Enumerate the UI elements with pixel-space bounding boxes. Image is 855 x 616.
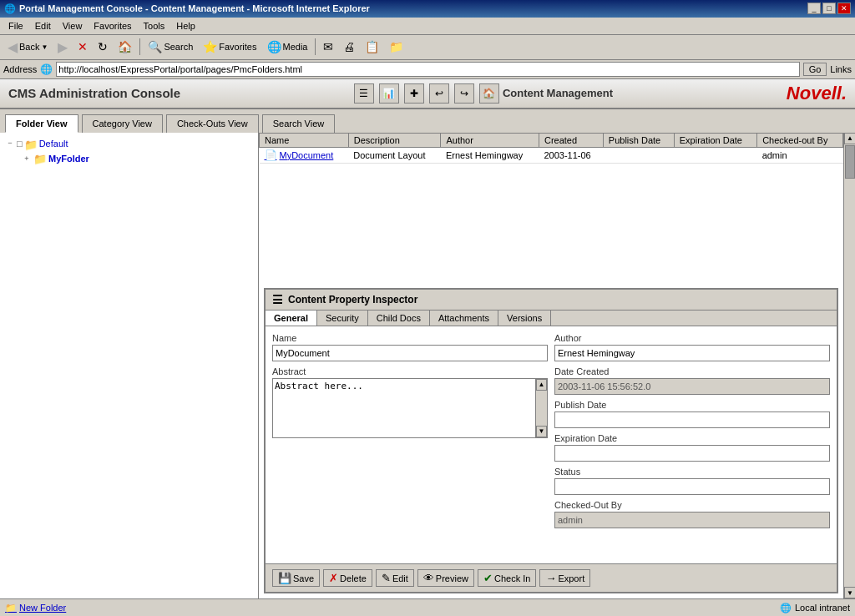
right-panel: Name Description Author Created Publish … — [259, 133, 843, 599]
doc-type-icon: 📄 — [265, 149, 277, 161]
delete-button[interactable]: ✗ Delete — [323, 569, 372, 587]
right-fields: Author Date Created Publish Date — [554, 333, 830, 558]
status-bar: 📁 New Folder 🌐 Local intranet — [0, 598, 855, 616]
inspector-tab-child-docs[interactable]: Child Docs — [368, 311, 430, 326]
favorites-button[interactable]: ⭐ Favorites — [199, 38, 261, 56]
scroll-thumb-area — [844, 144, 855, 588]
print-button[interactable]: 🖨 — [339, 38, 359, 56]
date-created-input — [554, 378, 830, 395]
folder-button[interactable]: 📁 — [385, 38, 407, 56]
mail-button[interactable]: ✉ — [319, 38, 337, 56]
col-checked-out-by: Checked-out By — [757, 133, 843, 147]
intranet-icon: 🌐 — [780, 603, 792, 613]
scroll-up-arrow[interactable]: ▲ — [844, 133, 855, 144]
tree-item-root[interactable]: − □ 📁 Default — [5, 138, 253, 152]
cms-nav-btn-5[interactable]: ↪ — [454, 83, 474, 104]
menu-file[interactable]: File — [3, 19, 28, 33]
author-input[interactable] — [554, 345, 830, 361]
status-input[interactable] — [554, 478, 830, 495]
menu-view[interactable]: View — [58, 19, 88, 33]
publish-date-field-group: Publish Date — [554, 400, 830, 428]
tree-label-myfolder[interactable]: MyFolder — [48, 154, 89, 164]
links-button[interactable]: Links — [830, 64, 852, 74]
inspector-header: ☰ Content Property Inspector — [266, 290, 837, 311]
search-button[interactable]: 🔍 Search — [144, 38, 197, 56]
go-button[interactable]: Go — [803, 63, 827, 76]
content-property-inspector: ☰ Content Property Inspector General Sec… — [264, 288, 838, 594]
tree-toggle-myfolder[interactable]: + — [22, 154, 32, 163]
cms-nav-btn-1[interactable]: ☰ — [354, 83, 374, 104]
main-scrollbar[interactable]: ▲ ▼ — [843, 133, 855, 599]
author-field-group: Author — [554, 333, 830, 361]
home-button[interactable]: 🏠 — [114, 38, 136, 56]
toolbar-separator-2 — [315, 38, 316, 55]
export-button[interactable]: → Export — [539, 569, 590, 587]
inspector-icon: ☰ — [272, 293, 283, 306]
preview-button[interactable]: 👁 Preview — [417, 569, 474, 587]
check-in-button[interactable]: ✔ Check In — [478, 569, 536, 587]
name-input[interactable] — [272, 345, 548, 361]
tab-category-view[interactable]: Category View — [82, 114, 163, 133]
research-icon: 📋 — [365, 40, 379, 53]
refresh-button[interactable]: ↻ — [94, 38, 112, 56]
checked-out-by-label: Checked-Out By — [554, 500, 830, 510]
publish-date-input[interactable] — [554, 412, 830, 428]
textarea-scroll-up[interactable]: ▲ — [536, 379, 547, 391]
expiration-date-label: Expiration Date — [554, 433, 830, 443]
preview-icon: 👁 — [423, 572, 434, 584]
save-button[interactable]: 💾 Save — [272, 569, 320, 587]
back-dropdown-icon: ▼ — [41, 43, 48, 51]
menu-edit[interactable]: Edit — [30, 19, 56, 33]
window-title: Portal Management Console - Content Mana… — [19, 3, 370, 13]
cms-nav-btn-2[interactable]: 📊 — [379, 83, 399, 104]
minimize-button[interactable]: _ — [807, 3, 821, 14]
doc-created-cell: 2003-11-06 — [539, 147, 603, 163]
toolbar-separator-1 — [139, 38, 140, 55]
inspector-tab-security[interactable]: Security — [317, 311, 368, 326]
refresh-icon: ↻ — [98, 40, 108, 53]
edit-button[interactable]: ✎ Edit — [376, 569, 414, 587]
forward-button[interactable]: ▶ — [53, 37, 72, 58]
col-created: Created — [539, 133, 603, 147]
menu-help[interactable]: Help — [171, 19, 200, 33]
expiration-date-field-group: Expiration Date — [554, 433, 830, 462]
tab-folder-view[interactable]: Folder View — [5, 114, 78, 133]
scroll-thumb[interactable] — [845, 145, 855, 179]
new-folder-link[interactable]: 📁 New Folder — [5, 603, 66, 613]
tab-checkouts-view[interactable]: Check-Outs View — [166, 114, 259, 133]
close-button[interactable]: ✕ — [837, 3, 851, 14]
tree-label-default[interactable]: Default — [39, 139, 68, 149]
forward-icon: ▶ — [58, 39, 68, 55]
cms-nav-btn-4[interactable]: ↩ — [429, 83, 449, 104]
research-button[interactable]: 📋 — [361, 38, 383, 56]
menu-tools[interactable]: Tools — [139, 19, 170, 33]
inspector-tab-attachments[interactable]: Attachments — [430, 311, 498, 326]
address-input[interactable] — [56, 62, 799, 77]
tree-toggle-root[interactable]: − — [5, 139, 15, 147]
browser-toolbar: ◀ Back ▼ ▶ ✕ ↻ 🏠 🔍 Search ⭐ Favorites 🌐 … — [0, 35, 855, 60]
scroll-down-arrow[interactable]: ▼ — [844, 587, 855, 598]
inspector-tab-general[interactable]: General — [266, 311, 317, 326]
menu-favorites[interactable]: Favorites — [89, 19, 136, 33]
cms-nav-btn-3[interactable]: ✚ — [404, 83, 424, 104]
cms-nav-btn-6[interactable]: 🏠 — [479, 83, 499, 104]
back-button[interactable]: ◀ Back ▼ — [3, 37, 52, 58]
media-button[interactable]: 🌐 Media — [263, 38, 312, 56]
export-icon: → — [545, 572, 556, 584]
inspector-tab-versions[interactable]: Versions — [498, 311, 551, 326]
stop-button[interactable]: ✕ — [73, 38, 92, 56]
maximize-button[interactable]: □ — [822, 3, 836, 14]
tab-search-view[interactable]: Search View — [262, 114, 336, 133]
tree-item-myfolder[interactable]: + 📁 MyFolder — [22, 152, 253, 166]
abstract-field-group: Abstract Abstract here... ▲ ▼ — [272, 366, 548, 438]
doc-checkedout-cell: admin — [757, 147, 843, 163]
expiration-date-input[interactable] — [554, 445, 830, 462]
doc-link[interactable]: 📄 MyDocument — [265, 149, 344, 161]
cms-header: CMS Administration Console ☰ 📊 ✚ ↩ ↪ 🏠 C… — [0, 79, 855, 109]
edit-icon: ✎ — [382, 572, 391, 584]
textarea-scroll-down[interactable]: ▼ — [536, 426, 547, 437]
folder-tree-panel: − □ 📁 Default + 📁 MyFolder — [0, 133, 259, 599]
doc-publish-cell — [603, 147, 674, 163]
document-table: Name Description Author Created Publish … — [259, 133, 843, 164]
abstract-textarea[interactable]: Abstract here... — [273, 379, 535, 437]
